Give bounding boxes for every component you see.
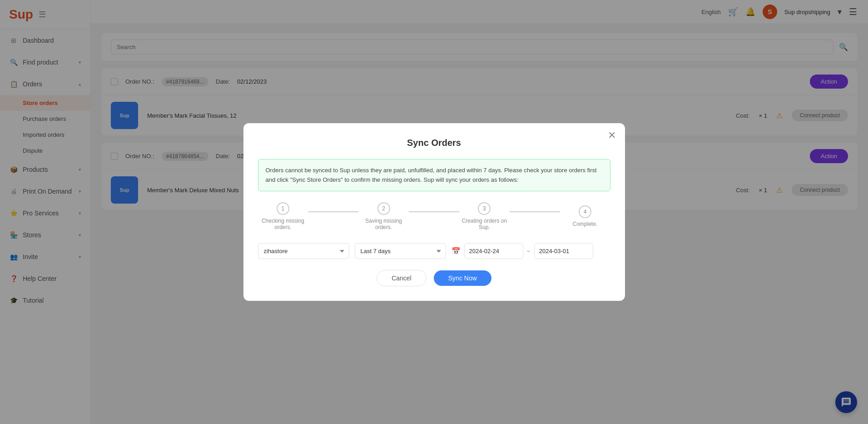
cancel-button[interactable]: Cancel <box>377 270 427 286</box>
step-line-3 <box>510 211 560 212</box>
step-3: 3 Creating orders on Sup. <box>459 202 510 230</box>
step-label-2: Saving missing orders. <box>358 218 409 230</box>
sync-stepper: 1 Checking missing orders. 2 Saving miss… <box>258 202 610 230</box>
step-line-1 <box>308 211 358 212</box>
modal-form-row: zihastore Last 7 days Last 14 days Last … <box>258 243 610 259</box>
step-circle-4: 4 <box>579 205 591 218</box>
step-label-3: Creating orders on Sup. <box>459 218 510 230</box>
date-from-input[interactable] <box>464 243 523 259</box>
step-2: 2 Saving missing orders. <box>358 202 409 230</box>
calendar-icon: 📅 <box>451 247 461 255</box>
modal-notice: Orders cannot be synced to Sup unless th… <box>258 159 610 192</box>
modal-actions: Cancel Sync Now <box>258 270 610 286</box>
step-label-1: Checking missing orders. <box>258 218 308 230</box>
modal-close-button[interactable]: ✕ <box>608 130 616 140</box>
step-circle-2: 2 <box>377 202 390 215</box>
sync-now-button[interactable]: Sync Now <box>434 270 491 286</box>
step-circle-1: 1 <box>277 202 289 215</box>
sync-orders-modal: Sync Orders ✕ Orders cannot be synced to… <box>243 123 625 301</box>
step-line-2 <box>409 211 459 212</box>
step-4: 4 Complete. <box>560 205 610 227</box>
store-select[interactable]: zihastore <box>258 243 349 259</box>
date-separator: ~ <box>527 248 531 255</box>
step-label-4: Complete. <box>573 221 598 227</box>
date-range: 📅 ~ <box>451 243 610 259</box>
step-circle-3: 3 <box>478 202 491 215</box>
modal-overlay: Sync Orders ✕ Orders cannot be synced to… <box>0 0 868 424</box>
step-1: 1 Checking missing orders. <box>258 202 308 230</box>
date-to-input[interactable] <box>534 243 593 259</box>
modal-title: Sync Orders <box>258 138 610 148</box>
time-range-select[interactable]: Last 7 days Last 14 days Last 30 days <box>355 243 446 259</box>
